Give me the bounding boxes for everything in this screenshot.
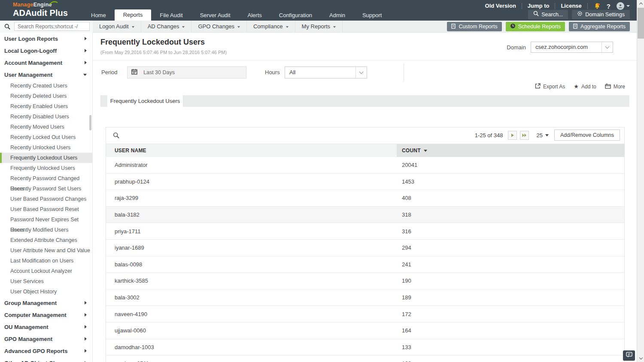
table-row[interactable]: priya-1711316 [106, 223, 624, 240]
top-action-buttons: Search... Domain Settings [528, 10, 630, 19]
table-row[interactable]: raja-3299408 [106, 190, 624, 207]
sidebar-section-computer-management[interactable]: Computer Management [0, 309, 92, 321]
sidebar-item-account-lockout-analyzer[interactable]: Account Lockout Analyzer [0, 266, 92, 276]
sidebar-item-recently-created-users[interactable]: Recently Created Users [0, 81, 92, 91]
sidebar-section-advanced-gpo-reports[interactable]: Advanced GPO Reports [0, 345, 92, 357]
sidebar-section-local-logon-logoff[interactable]: Local Logon-Logoff [0, 45, 92, 57]
table-search-icon[interactable] [113, 132, 119, 140]
sidebar-item-user-based-password-changes[interactable]: User Based Password Changes [0, 194, 92, 204]
chevron-right-icon [85, 49, 87, 52]
scrollbar-thumb[interactable] [638, 8, 644, 39]
sidebar-section-ou-management[interactable]: OU Management [0, 321, 92, 333]
table-row[interactable]: bala-3002189 [106, 290, 624, 306]
schedule-reports-button[interactable]: Schedule Reports [506, 22, 565, 31]
brand[interactable]: ManageEngine ADAudit Plus [13, 2, 68, 18]
sidebar-item-password-never-expires-set-users[interactable]: Password Never Expires Set Users [0, 214, 92, 225]
sidebar-item-recently-password-set-users[interactable]: Recently Password Set Users [0, 184, 92, 194]
page-title: Frequently Lockedout Users [100, 38, 205, 47]
column-header-user-name[interactable]: USER NAME [106, 144, 397, 157]
nav-server-audit[interactable]: Server Audit [191, 10, 239, 21]
sidebar-item-frequently-lockedout-users[interactable]: Frequently Lockedout Users [0, 153, 92, 163]
custom-reports-button[interactable]: Custom Reports [447, 22, 501, 31]
sidebar-item-user-object-history[interactable]: User Object History [0, 287, 92, 297]
table-toolbar: 1-25 of 348 25 Add/Remove Columns [106, 127, 624, 144]
nav-support[interactable]: Support [354, 10, 391, 21]
sidebar-item-recently-modified-users[interactable]: Recently Modified Users [0, 225, 92, 235]
tab-frequently-lockedout-users[interactable]: Frequently Lockedout Users [107, 95, 183, 107]
nav-home[interactable]: Home [82, 10, 115, 21]
search-button[interactable]: Search... [528, 10, 568, 19]
sidebar-item-user-services[interactable]: User Services [0, 276, 92, 287]
table-row[interactable]: damodhar-1003133 [106, 339, 624, 356]
search-icon [4, 24, 10, 31]
page-scrollbar[interactable] [637, 0, 644, 362]
feedback-chat-button[interactable] [623, 350, 635, 361]
sidebar-section-other-ad-object-changes[interactable]: Other AD Object Changes [0, 357, 92, 362]
sidebar-item-recently-enabled-users[interactable]: Recently Enabled Users [0, 101, 92, 112]
sidebar-item-frequently-unlocked-users[interactable]: Frequently Unlocked Users [0, 163, 92, 173]
sidebar-item-recently-deleted-users[interactable]: Recently Deleted Users [0, 91, 92, 101]
user-account-menu[interactable] [617, 2, 630, 10]
jump-to-link[interactable]: Jump to [522, 3, 556, 9]
more-button[interactable]: More [605, 84, 625, 90]
table-row[interactable]: ujjawal-0060164 [106, 323, 624, 339]
sidebar-item-recently-disabled-users[interactable]: Recently Disabled Users [0, 112, 92, 122]
page-size-dropdown[interactable]: 25 [536, 132, 548, 139]
nav-configuration[interactable]: Configuration [270, 10, 321, 21]
column-header-count[interactable]: COUNT [397, 144, 624, 157]
license-link[interactable]: License [555, 3, 587, 9]
sidebar-section-gpo-management[interactable]: GPO Management [0, 333, 92, 345]
subnav-compliance[interactable]: Compliance [247, 21, 295, 32]
sidebar-item-user-attribute-new-and-old-value[interactable]: User Attribute New and Old Value [0, 245, 92, 256]
hours-select[interactable]: All [285, 66, 367, 78]
nav-file-audit[interactable]: File Audit [151, 10, 191, 21]
subnav-my-reports[interactable]: My Reports [295, 21, 343, 32]
nav-admin[interactable]: Admin [321, 10, 354, 21]
add-to-button[interactable]: ★ Add to [574, 84, 596, 90]
table-row[interactable]: Administrator20041 [106, 157, 624, 174]
export-as-button[interactable]: Export As [535, 83, 565, 90]
subnav-ad-changes[interactable]: AD Changes [141, 21, 192, 32]
table-row[interactable]: iyanar-1689294 [106, 240, 624, 256]
sidebar-item-extended-attribute-changes[interactable]: Extended Attribute Changes [0, 235, 92, 245]
nav-reports[interactable]: Reports [115, 9, 152, 21]
sidebar-section-user-management[interactable]: User Management [0, 69, 92, 81]
table-row[interactable]: karthick-3585190 [106, 273, 624, 290]
sidebar-scrollbar-thumb[interactable] [89, 115, 91, 130]
reports-subnav: Logon Audit AD Changes GPO Changes Compl… [93, 21, 343, 32]
old-version-link[interactable]: Old Version [480, 3, 522, 9]
next-page-button[interactable] [508, 131, 517, 140]
help-icon[interactable]: ? [607, 3, 611, 10]
subnav-logon-audit[interactable]: Logon Audit [93, 21, 141, 32]
period-picker[interactable]: Last 30 Days [127, 66, 246, 78]
table-row[interactable]: naveen-4190172 [106, 306, 624, 323]
scroll-down-button[interactable] [637, 355, 644, 362]
domain-label: Domain [507, 44, 526, 51]
subnav-gpo-changes[interactable]: GPO Changes [191, 21, 247, 32]
table-row[interactable]: pradeep-0511126 [106, 356, 624, 362]
sidebar-section-user-logon-reports[interactable]: User Logon Reports [0, 33, 92, 45]
last-page-button[interactable] [520, 131, 529, 140]
report-table-card: 1-25 of 348 25 Add/Remove Columns USER N… [106, 127, 625, 362]
table-row[interactable]: bala-3182318 [106, 207, 624, 223]
domain-settings-button[interactable]: Domain Settings [572, 10, 630, 19]
scroll-up-button[interactable] [637, 0, 644, 7]
table-row[interactable]: balas-0098241 [106, 256, 624, 273]
search-reports-input[interactable] [14, 22, 90, 31]
domain-select[interactable]: csez.zohocorpin.com [531, 42, 613, 53]
sidebar-item-recently-moved-users[interactable]: Recently Moved Users [0, 122, 92, 132]
logo-swoosh-icon [49, 0, 58, 6]
sidebar-item-recently-unlocked-users[interactable]: Recently Unlocked Users [0, 142, 92, 153]
chevron-down-icon [355, 67, 367, 78]
sidebar-item-last-modification-on-users[interactable]: Last Modification on Users [0, 256, 92, 266]
sidebar-item-user-based-password-reset[interactable]: User Based Password Reset [0, 204, 92, 214]
nav-alerts[interactable]: Alerts [239, 10, 270, 21]
sidebar-section-account-management[interactable]: Account Management [0, 57, 92, 69]
sidebar-item-recently-password-changed-users[interactable]: Recently Password Changed Users [0, 173, 92, 184]
table-row[interactable]: prabhup-01241453 [106, 174, 624, 190]
notification-bell-icon[interactable] [594, 3, 601, 9]
sidebar-item-recently-locked-out-users[interactable]: Recently Locked Out Users [0, 132, 92, 142]
add-remove-columns-button[interactable]: Add/Remove Columns [554, 130, 620, 141]
aggregate-reports-button[interactable]: Aggregate Reports [569, 22, 630, 31]
sidebar-section-group-management[interactable]: Group Management [0, 297, 92, 309]
